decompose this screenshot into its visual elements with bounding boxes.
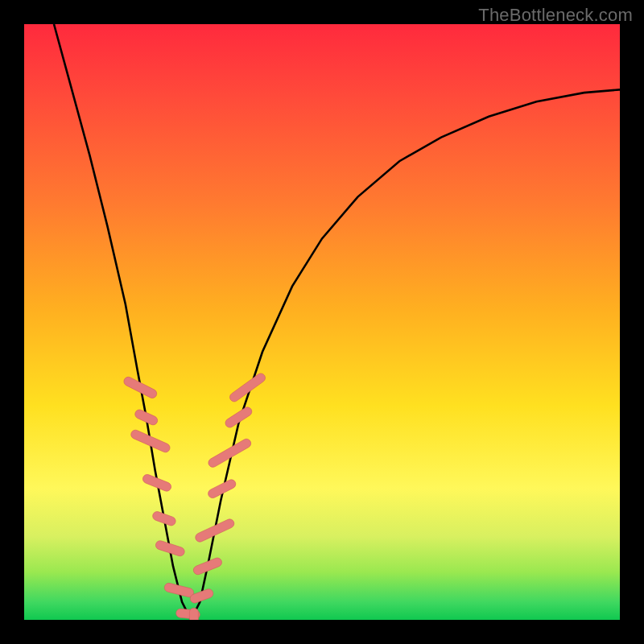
data-marker <box>194 518 236 543</box>
bottleneck-curve <box>54 24 620 620</box>
curve-layer <box>24 24 620 620</box>
data-marker <box>122 375 159 399</box>
data-marker <box>151 510 177 526</box>
data-marker <box>163 582 195 598</box>
plot-area <box>24 24 620 620</box>
chart-frame: TheBottleneck.com <box>0 0 644 644</box>
data-marker <box>130 428 171 453</box>
data-marker <box>189 608 198 620</box>
data-marker <box>192 556 223 576</box>
watermark-text: TheBottleneck.com <box>478 5 633 26</box>
